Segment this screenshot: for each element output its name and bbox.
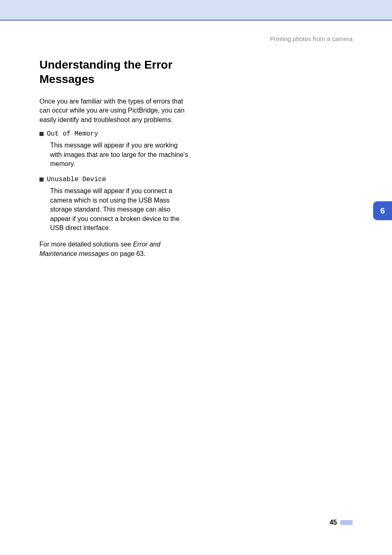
error-label: Unusable Device (47, 176, 106, 183)
error-description: This message will appear if you connect … (50, 187, 191, 233)
main-content: Understanding the Error Messages Once yo… (39, 58, 191, 258)
intro-paragraph: Once you are familiar with the types of … (39, 97, 191, 124)
page-marker-icon (340, 520, 353, 525)
page-heading: Understanding the Error Messages (39, 58, 191, 86)
error-label: Out of Memory (47, 130, 98, 138)
closing-suffix: on page 63. (109, 250, 145, 257)
closing-paragraph: For more detailed solutions see Error an… (39, 240, 191, 258)
square-bullet-icon (39, 132, 44, 136)
error-item-header: Unusable Device (39, 176, 191, 183)
error-item-header: Out of Memory (39, 130, 191, 138)
error-item: Unusable Device This message will appear… (39, 176, 191, 233)
header-band (0, 0, 392, 21)
chapter-label: Printing photos from a camera (270, 35, 353, 42)
error-description: This message will appear if you are work… (50, 141, 191, 168)
closing-prefix: For more detailed solutions see (39, 241, 133, 248)
chapter-tab: 6 (373, 201, 392, 220)
square-bullet-icon (39, 177, 44, 182)
page-number-region: 45 (330, 519, 353, 526)
error-item: Out of Memory This message will appear i… (39, 130, 191, 168)
chapter-number: 6 (380, 206, 385, 216)
page-number: 45 (330, 519, 337, 526)
